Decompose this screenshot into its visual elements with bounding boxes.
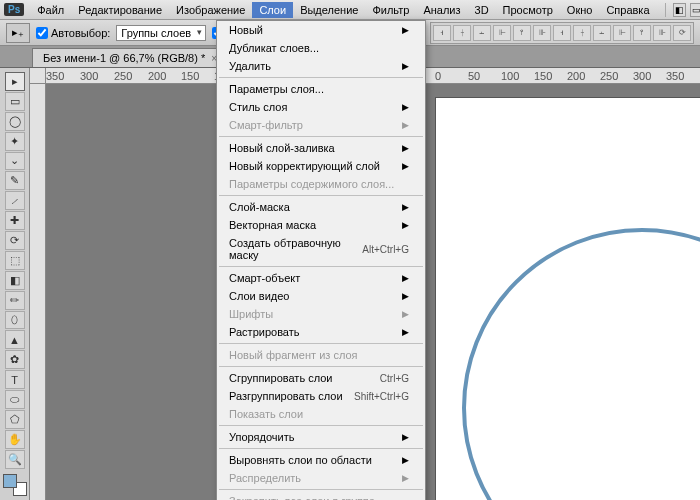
align-btn[interactable]: ⊪ [653,25,671,41]
menu-окно[interactable]: Окно [560,2,600,18]
menu-анализ[interactable]: Анализ [416,2,467,18]
submenu-arrow-icon: ▶ [402,327,409,337]
align-btn[interactable]: ⫞ [553,25,571,41]
menu-item[interactable]: Упорядочить▶ [217,428,425,446]
menu-separator [219,366,423,367]
tool-button[interactable]: ◧ [5,271,25,290]
menu-item[interactable]: Слой-маска▶ [217,198,425,216]
ruler-mark: 50 [468,70,480,82]
document-tab[interactable]: Без имени-1 @ 66,7% (RGB/8) *× [32,48,228,67]
menu-item: Распределить▶ [217,469,425,487]
menu-item-label: Слой-маска [229,201,290,213]
tool-button[interactable]: ⟳ [5,231,25,250]
ruler-mark: 150 [534,70,552,82]
auto-select-label: Автовыбор: [51,27,110,39]
tool-button[interactable]: ⬯ [5,311,25,330]
menu-item-label: Выровнять слои по области [229,454,372,466]
align-btn[interactable]: ⊪ [533,25,551,41]
tool-button[interactable]: ✚ [5,211,25,230]
color-swatches[interactable] [3,474,27,497]
layout-icon-1[interactable]: ◧ [673,3,686,17]
menu-файл[interactable]: Файл [30,2,71,18]
menu-item-label: Упорядочить [229,431,294,443]
menu-item[interactable]: Разгруппировать слоиShift+Ctrl+G [217,387,425,405]
menu-изображение[interactable]: Изображение [169,2,252,18]
tool-button[interactable]: ✏ [5,291,25,310]
menu-item[interactable]: Слои видео▶ [217,287,425,305]
menu-item[interactable]: Стиль слоя▶ [217,98,425,116]
align-btn[interactable]: ⊩ [613,25,631,41]
layout-icon-2[interactable]: ▭ [690,3,700,17]
tool-button[interactable]: ✿ [5,350,25,369]
menu-item-label: Новый корректирующий слой [229,160,380,172]
menu-item-label: Удалить [229,60,271,72]
align-btn[interactable]: ⟳ [673,25,691,41]
menu-item-label: Новый слой-заливка [229,142,335,154]
submenu-arrow-icon: ▶ [402,202,409,212]
tool-button[interactable]: ⬚ [5,251,25,270]
tool-button[interactable]: ▭ [5,92,25,111]
submenu-arrow-icon: ▶ [402,120,409,130]
auto-select-checkbox[interactable]: Автовыбор: [36,27,110,39]
tool-button[interactable]: ✋ [5,430,25,449]
menu-выделение[interactable]: Выделение [293,2,365,18]
menu-item-label: Распределить [229,472,301,484]
auto-select-combo[interactable]: Группы слоев [116,25,206,41]
menu-item[interactable]: Удалить▶ [217,57,425,75]
menu-фильтр[interactable]: Фильтр [365,2,416,18]
align-btn[interactable]: ⫯ [513,25,531,41]
tool-button[interactable]: ✦ [5,132,25,151]
menu-редактирование[interactable]: Редактирование [71,2,169,18]
menu-item: Смарт-фильтр▶ [217,116,425,134]
ruler-mark: 350 [46,70,64,82]
tab-label: Без имени-1 @ 66,7% (RGB/8) * [43,52,205,64]
menu-item[interactable]: Смарт-объект▶ [217,269,425,287]
menu-3d[interactable]: 3D [468,2,496,18]
tool-button[interactable]: ⟋ [5,191,25,210]
tool-button[interactable]: ✎ [5,171,25,190]
shortcut-label: Ctrl+G [380,373,409,384]
menu-просмотр[interactable]: Просмотр [496,2,560,18]
tool-button[interactable]: ⬠ [5,410,25,429]
menu-item[interactable]: Дубликат слоев... [217,39,425,57]
menu-item-label: Векторная маска [229,219,316,231]
menu-item[interactable]: Новый слой-заливка▶ [217,139,425,157]
menu-separator [219,136,423,137]
menu-item[interactable]: Создать обтравочную маскуAlt+Ctrl+G [217,234,425,264]
align-btn[interactable]: ⟊ [573,25,591,41]
menu-item[interactable]: Новый корректирующий слой▶ [217,157,425,175]
menu-item-label: Слои видео [229,290,289,302]
align-btn[interactable]: ⟊ [453,25,471,41]
align-btn[interactable]: ⫠ [593,25,611,41]
fg-color-swatch[interactable] [3,474,17,488]
menu-item-label: Смарт-фильтр [229,119,303,131]
tool-button[interactable]: ⬭ [5,390,25,409]
menu-separator [219,77,423,78]
menu-item: Шрифты▶ [217,305,425,323]
menu-item[interactable]: Параметры слоя... [217,80,425,98]
auto-select-input[interactable] [36,27,48,39]
tool-button[interactable]: ⌄ [5,152,25,171]
align-btn[interactable]: ⫞ [433,25,451,41]
ruler-mark: 300 [80,70,98,82]
shortcut-label: Shift+Ctrl+G [354,391,409,402]
align-btn[interactable]: ⫯ [633,25,651,41]
menu-separator [219,343,423,344]
tool-button[interactable]: T [5,370,25,389]
align-btn[interactable]: ⫠ [473,25,491,41]
menu-item[interactable]: Растрировать▶ [217,323,425,341]
menu-item[interactable]: Выровнять слои по области▶ [217,451,425,469]
tool-button[interactable]: ▲ [5,330,25,349]
move-tool-preview[interactable]: ▸₊ [6,23,30,43]
menu-item[interactable]: Сгруппировать слоиCtrl+G [217,369,425,387]
menu-item: Параметры содержимого слоя... [217,175,425,193]
tool-button[interactable]: 🔍 [5,450,25,469]
menu-item[interactable]: Новый▶ [217,21,425,39]
menu-слои[interactable]: Слои [252,2,293,18]
align-btn[interactable]: ⊩ [493,25,511,41]
tool-button[interactable]: ▸ [5,72,25,91]
menu-item[interactable]: Векторная маска▶ [217,216,425,234]
menu-справка[interactable]: Справка [599,2,656,18]
tool-button[interactable]: ◯ [5,112,25,131]
menu-separator [219,195,423,196]
